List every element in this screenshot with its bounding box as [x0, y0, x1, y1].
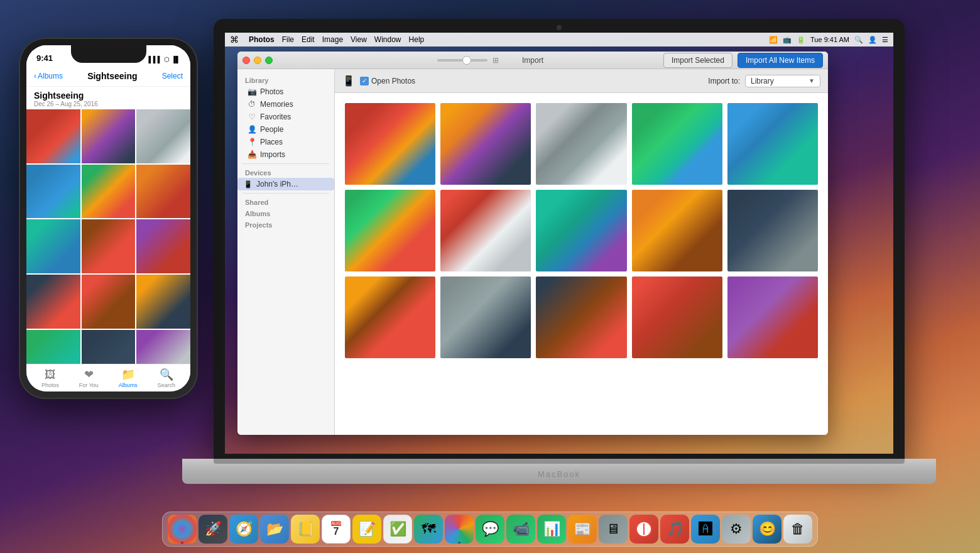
- select-arrow-icon: ▼: [808, 77, 815, 84]
- dock-maps[interactable]: 🗺: [414, 515, 443, 544]
- photo-thumb[interactable]: [727, 103, 818, 185]
- photos-window: ⊞ Import Import Selected Import All New …: [237, 52, 828, 435]
- dock-news-notes[interactable]: 📰: [568, 515, 597, 544]
- sidebar-item-favorites[interactable]: ♡ Favorites: [237, 111, 334, 123]
- import-to-select[interactable]: Library ▼: [745, 75, 820, 87]
- macbook-bezel: ⌘ Photos File Edit Image View Window Hel…: [214, 19, 905, 459]
- dock-prefs[interactable]: ⚙: [722, 515, 751, 544]
- dock-numbers[interactable]: 📊: [537, 515, 566, 544]
- iphone-nav-title: Sightseeing: [67, 71, 158, 81]
- dock-launchpad[interactable]: 🚀: [199, 515, 227, 544]
- photo-thumb[interactable]: [345, 276, 435, 358]
- dock-photos[interactable]: [445, 515, 474, 544]
- iphone-tab-albums[interactable]: 📁 Albums: [119, 368, 138, 388]
- iphone-tab-search[interactable]: 🔍 Search: [158, 368, 176, 388]
- dock-messages[interactable]: 💬: [476, 515, 504, 544]
- sidebar-imports-label: Imports: [260, 150, 285, 159]
- dock-calendar[interactable]: AUG 7: [322, 515, 351, 544]
- iphone-time: 9:41: [36, 53, 53, 63]
- maximize-button[interactable]: [265, 57, 273, 64]
- photo-thumb[interactable]: [632, 103, 722, 185]
- sidebar-item-imports[interactable]: 📥 Imports: [237, 148, 334, 161]
- photo-thumb[interactable]: [345, 103, 435, 185]
- photo-thumb[interactable]: [440, 276, 531, 358]
- import-to-value: Library: [751, 77, 774, 85]
- iphone-photo-cell[interactable]: [82, 109, 136, 163]
- menu-view[interactable]: View: [351, 35, 367, 44]
- dock-finder[interactable]: 😊: [753, 515, 781, 544]
- menu-edit[interactable]: Edit: [302, 35, 315, 44]
- dock-music[interactable]: 🎵: [660, 515, 689, 544]
- macos-screen: ⌘ Photos File Edit Image View Window Hel…: [225, 33, 893, 454]
- photo-thumb[interactable]: [727, 276, 818, 358]
- foryou-tab-label: For You: [79, 382, 99, 388]
- iphone-album-header: Sightseeing Dec 26 – Aug 25, 2016: [26, 87, 190, 109]
- sidebar-item-people[interactable]: 👤 People: [237, 123, 334, 136]
- dock-safari[interactable]: 🧭: [229, 515, 258, 544]
- iphone-tab-foryou[interactable]: ❤ For You: [79, 368, 99, 388]
- photo-thumb[interactable]: [632, 190, 722, 271]
- iphone-photo-cell[interactable]: [136, 109, 190, 163]
- iphone-photo-cell[interactable]: [136, 275, 190, 329]
- sidebar-library-label: Library: [237, 74, 334, 85]
- menu-file[interactable]: File: [282, 35, 294, 44]
- dock-notes[interactable]: 📒: [291, 515, 320, 544]
- menu-window[interactable]: Window: [374, 35, 401, 44]
- dock-siri[interactable]: [168, 515, 197, 544]
- photo-thumb[interactable]: [727, 190, 818, 271]
- iphone-photo-cell[interactable]: [136, 165, 190, 219]
- iphone-tab-photos[interactable]: 🖼 Photos: [41, 368, 59, 388]
- sidebar-item-photos[interactable]: 📷 Photos: [237, 85, 334, 98]
- photo-thumb[interactable]: [536, 276, 626, 358]
- iphone-select-button[interactable]: Select: [162, 72, 183, 80]
- list-icon[interactable]: ☰: [882, 36, 888, 44]
- dock-facetime[interactable]: 📹: [506, 515, 535, 544]
- iphone-photo-cell[interactable]: [26, 165, 80, 219]
- iphone-photo-cell[interactable]: [136, 219, 190, 273]
- grid-view-icon[interactable]: ⊞: [493, 56, 499, 65]
- iphone-photo-cell[interactable]: [82, 275, 136, 329]
- close-button[interactable]: [242, 57, 250, 64]
- dock-stickies[interactable]: 📝: [352, 515, 381, 544]
- photo-thumb[interactable]: [440, 190, 531, 271]
- iphone-screen: 9:41 ▌▌▌ ⬡ ▐▌ ‹ Albums Sightseeing Selec…: [26, 45, 190, 391]
- search-icon[interactable]: 🔍: [854, 36, 863, 44]
- dock-trash[interactable]: 🗑: [783, 515, 812, 544]
- dock-reminders[interactable]: ✅: [383, 515, 412, 544]
- photo-thumb[interactable]: [536, 190, 626, 271]
- iphone-photo-cell[interactable]: [26, 275, 80, 329]
- dock-mas[interactable]: 🖥: [599, 515, 628, 544]
- iphone-photo-cell[interactable]: [82, 165, 136, 219]
- macbook-device: ⌘ Photos File Edit Image View Window Hel…: [182, 19, 936, 534]
- checkbox[interactable]: ✓: [360, 77, 369, 85]
- sidebar-item-device[interactable]: 📱 John's iPh…: [237, 178, 334, 190]
- sidebar-devices-label: Devices: [237, 167, 334, 178]
- sidebar-item-memories[interactable]: ⏱ Memories: [237, 98, 334, 111]
- photo-thumb[interactable]: [345, 190, 435, 271]
- import-all-button[interactable]: Import All New Items: [738, 53, 823, 68]
- wifi-status-icon: ⬡: [164, 56, 170, 63]
- iphone-photo-cell[interactable]: [82, 219, 136, 273]
- user-icon[interactable]: 👤: [868, 36, 877, 44]
- iphone-back-button[interactable]: ‹ Albums: [34, 72, 63, 80]
- iphone-photo-cell[interactable]: [26, 219, 80, 273]
- zoom-slider[interactable]: [437, 59, 487, 62]
- menu-help[interactable]: Help: [409, 35, 425, 44]
- sidebar-item-places[interactable]: 📍 Places: [237, 136, 334, 148]
- dock-files[interactable]: 📂: [260, 515, 289, 544]
- minimize-button[interactable]: [254, 57, 261, 64]
- dock-appstore[interactable]: 🅰: [691, 515, 720, 544]
- import-buttons: Import Selected Import All New Items: [663, 53, 823, 68]
- apple-menu-icon[interactable]: ⌘: [230, 35, 239, 45]
- open-photos-checkbox[interactable]: ✓ Open Photos: [360, 77, 415, 85]
- menu-image[interactable]: Image: [322, 35, 343, 44]
- dock-news[interactable]: [629, 515, 658, 544]
- import-selected-button[interactable]: Import Selected: [663, 53, 732, 68]
- photo-thumb[interactable]: [536, 103, 626, 185]
- iphone-photo-cell[interactable]: [26, 109, 80, 163]
- wifi-icon: 📶: [769, 36, 778, 44]
- photo-thumb[interactable]: [440, 103, 531, 185]
- photo-thumb[interactable]: [632, 276, 722, 358]
- menu-app-name[interactable]: Photos: [249, 35, 275, 44]
- places-icon: 📍: [248, 138, 256, 146]
